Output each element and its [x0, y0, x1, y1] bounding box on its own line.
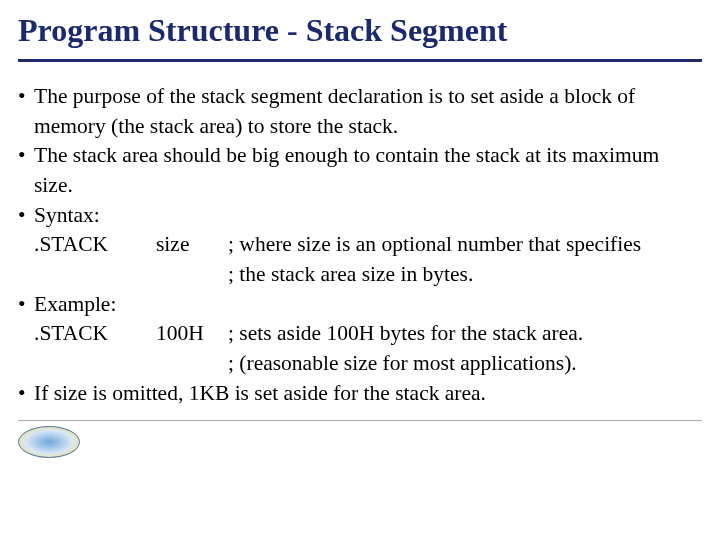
- slide-title: Program Structure - Stack Segment: [18, 12, 702, 62]
- bullet-dot: •: [18, 290, 34, 320]
- argument: size: [156, 230, 228, 260]
- bullet-text: Syntax:: [34, 201, 100, 231]
- example-row: ; (reasonable size for most applications…: [18, 349, 702, 379]
- syntax-row: ; the stack area size in bytes.: [18, 260, 702, 290]
- slide-body: • The purpose of the stack segment decla…: [18, 82, 702, 408]
- bullet-item: • The stack area should be big enough to…: [18, 141, 702, 200]
- argument: [156, 349, 228, 379]
- bullet-text: If size is omitted, 1KB is set aside for…: [34, 379, 486, 409]
- directive: .STACK: [34, 319, 156, 349]
- directive: .STACK: [34, 230, 156, 260]
- example-row: .STACK 100H ; sets aside 100H bytes for …: [18, 319, 702, 349]
- bullet-item: • If size is omitted, 1KB is set aside f…: [18, 379, 702, 409]
- bullet-text: The purpose of the stack segment declara…: [34, 82, 702, 141]
- bullet-dot: •: [18, 141, 34, 200]
- bullet-item: • Syntax:: [18, 201, 702, 231]
- bullet-dot: •: [18, 201, 34, 231]
- logo-icon: [18, 426, 80, 458]
- comment: ; where size is an optional number that …: [228, 230, 641, 260]
- argument: [156, 260, 228, 290]
- footer-rule: [18, 420, 702, 421]
- bullet-text: The stack area should be big enough to c…: [34, 141, 702, 200]
- directive: [34, 260, 156, 290]
- bullet-dot: •: [18, 379, 34, 409]
- bullet-dot: •: [18, 82, 34, 141]
- bullet-item: • Example:: [18, 290, 702, 320]
- bullet-item: • The purpose of the stack segment decla…: [18, 82, 702, 141]
- slide: Program Structure - Stack Segment • The …: [0, 0, 720, 408]
- comment: ; the stack area size in bytes.: [228, 260, 473, 290]
- syntax-row: .STACK size ; where size is an optional …: [18, 230, 702, 260]
- argument: 100H: [156, 319, 228, 349]
- comment: ; sets aside 100H bytes for the stack ar…: [228, 319, 583, 349]
- comment: ; (reasonable size for most applications…: [228, 349, 577, 379]
- directive: [34, 349, 156, 379]
- bullet-text: Example:: [34, 290, 116, 320]
